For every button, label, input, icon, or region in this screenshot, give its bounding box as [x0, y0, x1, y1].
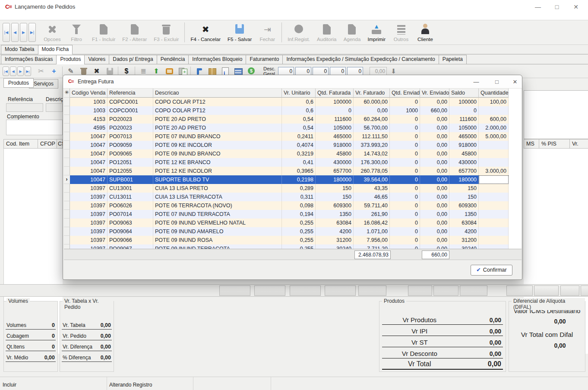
complemento-textarea[interactable] [6, 120, 63, 135]
opcoes-button[interactable]: Opcoes [40, 23, 64, 42]
next-record-button[interactable]: ▶ [17, 67, 24, 76]
grid-row[interactable]: 4595PO20023POTE 20 AD PRETO0,5410500056.… [64, 124, 509, 132]
grid-cell: 0,00 [420, 158, 449, 167]
auditoria-button[interactable]: Auditoria [313, 23, 340, 42]
grid-row[interactable]: 10047PO09065POTE 09 INUND BRANCO0,321945… [64, 149, 509, 158]
window-maximize-button[interactable]: □ [548, 1, 566, 13]
column-header-7[interactable]: Vr. Enviado [420, 89, 449, 98]
grid-cell: CU13001 [107, 184, 153, 193]
desc-field-5[interactable]: 0 [347, 67, 363, 76]
grid-row[interactable]: 4153PO20023POTE 20 AD PRETO0,5411160060.… [64, 115, 509, 124]
column-header-cod-item[interactable]: Cod. Item [3, 139, 38, 149]
incluir-button[interactable]: F1 - Incluir [89, 23, 119, 42]
confirmar-button[interactable]: ✔Confirmar [471, 265, 512, 276]
grid-row[interactable]: 10047PO12055POTE 12 KE INCOLOR0,39656577… [64, 167, 509, 175]
grid-row[interactable]: 10397PO07014POTE 07 INUND TERRACOTA0,194… [64, 210, 509, 219]
column-header-pct-pis[interactable]: % PIS [539, 139, 570, 149]
cancelar-button[interactable]: ✖F4 - Cancelar [187, 23, 224, 42]
grid-row[interactable]: 1003COPCO001COPO COLAR PT120,610000060.0… [64, 98, 509, 106]
tab-produtos[interactable]: Produtos [56, 55, 85, 64]
outros-button[interactable]: Outros [389, 23, 413, 42]
column-header-icms[interactable]: MS [524, 139, 539, 149]
column-header-cfop[interactable]: CFOP [38, 139, 57, 149]
column-header-8[interactable]: Saldo [449, 89, 479, 98]
window-minimize-button[interactable]: — [529, 1, 547, 13]
agenda-button[interactable]: Agenda [340, 23, 364, 42]
column-header-3[interactable]: Vr. Unitario [282, 89, 316, 98]
tab-expedicao[interactable]: Informações Expedição / Simulação Expedi… [282, 55, 439, 64]
tab-faturamento[interactable]: Faturamento [246, 55, 283, 64]
add-icon[interactable]: + [47, 66, 60, 76]
arrow-down-icon[interactable]: ⬇ [391, 67, 396, 75]
last-record-button[interactable]: ▶| [28, 23, 36, 42]
mode-tab-ficha[interactable]: Modo Ficha [38, 45, 73, 54]
tab-informacoes-bloqueio[interactable]: Informações Bloqueio [188, 55, 246, 64]
grid-cell: 10397 [70, 244, 107, 249]
column-header-0[interactable]: Codigo Venda [70, 89, 107, 98]
grid-row[interactable]: 10397PO09066POTE 09 INUND ROSA0,25531200… [64, 236, 509, 244]
last-record-button[interactable]: ▶| [25, 67, 31, 76]
dialog-maximize-button[interactable]: □ [490, 76, 504, 88]
cut-icon[interactable]: ✂ [35, 66, 47, 76]
first-record-button[interactable]: |◀ [3, 67, 9, 76]
column-header-vr-pis[interactable]: Vr. PIS [569, 139, 588, 149]
panel-row: Vr Produtos0,00 [382, 314, 503, 325]
filtro-button[interactable]: Filtro [64, 23, 89, 42]
dialog-close-button[interactable]: ✕ [508, 76, 522, 88]
document-edit-icon [127, 23, 142, 36]
grid-row[interactable]: 10047PO12051POTE 12 KE BRANCO0,414300001… [64, 158, 509, 167]
grid-row[interactable]: ›10047SUPB001SUPORTE BULBO TV0,219818000… [64, 175, 509, 184]
tab-pendencia[interactable]: Pendência [157, 55, 189, 64]
column-header-2[interactable]: Descricao [153, 89, 282, 98]
mode-tab-tabela[interactable]: Modo Tabela [1, 45, 38, 54]
cliente-button[interactable]: Cliente [413, 23, 437, 42]
grid-cell: 0,311 [282, 193, 316, 201]
grid-row[interactable]: 1003COPCO001COPO COLAR PT120,600,0010006… [64, 106, 509, 115]
imprimir-button[interactable]: Imprimir [364, 23, 389, 42]
dialog-minimize-button[interactable]: — [469, 76, 484, 88]
window-close-button[interactable]: ✕ [567, 1, 585, 13]
referencia-label: Referência [8, 96, 33, 102]
desc-field-3[interactable]: 0 [313, 67, 329, 76]
grid-row[interactable]: 10047PO07013POTE 07 INUND BRANCO0,241146… [64, 132, 509, 141]
desc-field-1[interactable]: 0 [278, 67, 294, 76]
grid-row[interactable]: 10397CU13011CUIA 13 LISA TERRACOTA0,3111… [64, 193, 509, 201]
prev-record-button[interactable]: ◀ [10, 67, 16, 76]
grid-cell [479, 236, 509, 244]
tab-dados-entrega[interactable]: Dados p/ Entrega [109, 55, 157, 64]
desc-field-4[interactable]: 0 [330, 67, 346, 76]
prev-record-button[interactable]: ◀ [11, 23, 19, 42]
column-header-cst[interactable]: CS [57, 139, 63, 149]
desc-field-2[interactable]: 0 [295, 67, 311, 76]
quantidade-edit-cell[interactable] [479, 175, 509, 184]
column-header-4[interactable]: Qtd. Faturada [316, 89, 354, 98]
excluir-button[interactable]: F3 - Excluir [150, 23, 182, 42]
grid-row[interactable]: 10397PO09063POTE 09 INUND VERMELHO NATAL… [64, 219, 509, 227]
tab-informacoes-basicas[interactable]: Informações Basicas [1, 55, 57, 64]
referencia-input[interactable] [6, 103, 43, 112]
column-header-9[interactable]: Quantidade [479, 89, 509, 98]
next-record-button[interactable]: ▶ [20, 23, 27, 42]
first-record-button[interactable]: |◀ [3, 23, 10, 42]
tab-valores[interactable]: Valores [84, 55, 109, 64]
column-header-5[interactable]: Vr. Faturado [354, 89, 390, 98]
descricao-input[interactable] [46, 103, 63, 112]
grid-row[interactable]: 10397PO06026POTE 06 TERRACOTA (NOVO)0,09… [64, 201, 509, 210]
inf-regist-button[interactable]: Inf.Regist. [284, 23, 313, 42]
fechar-button[interactable]: ⇥Fechar [255, 23, 279, 42]
grid-row[interactable]: 10397CU13001CUIA 13 LISA PRETO0,28915043… [64, 184, 509, 193]
alterar-button[interactable]: F2 - Alterar [119, 23, 150, 42]
filter-icon [69, 23, 84, 36]
grid-row[interactable]: 10397PO09064POTE 09 INUND AMARELO0,25542… [64, 227, 509, 236]
grid-row[interactable]: 10047PO09059POTE 09 KE INCOLOR0,40749180… [64, 141, 509, 149]
grid-cell: COPCO001 [107, 106, 153, 115]
tab-papeleta[interactable]: Papeleta [439, 55, 467, 64]
column-header-1[interactable]: Referencia [107, 89, 153, 98]
salvar-button[interactable]: F5 - Salvar [224, 23, 255, 42]
grid-cell: 7.956,00 [354, 236, 390, 244]
tab-produtos-sub[interactable]: Produtos [3, 78, 34, 88]
grid-row[interactable]: 10397PO09067POTE 09 INUND TERRACOTA0,255… [64, 244, 509, 249]
grid-cell: 10397 [70, 184, 107, 193]
panel-row: Vr Desconto0,00 [382, 347, 503, 358]
column-header-6[interactable]: Qtd. Enviada [390, 89, 420, 98]
